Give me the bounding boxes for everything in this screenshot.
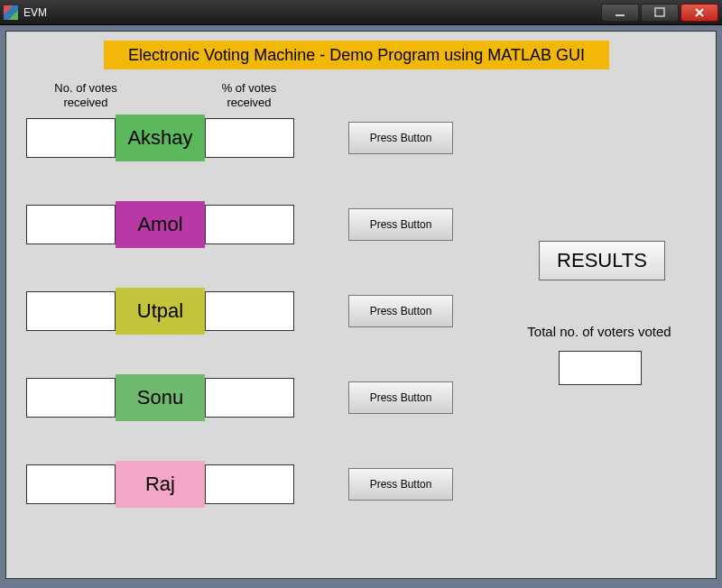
app-window: EVM Electronic Voting Machine - Demo Pro… (0, 0, 722, 588)
vote-button[interactable]: Press Button (348, 208, 453, 241)
candidate-row: Utpal Press Button (26, 288, 468, 335)
votes-field (26, 464, 116, 504)
vote-button[interactable]: Press Button (348, 295, 453, 327)
gui-figure: Electronic Voting Machine - Demo Program… (5, 31, 717, 579)
svg-rect-0 (616, 14, 625, 16)
minimize-button[interactable] (601, 4, 639, 22)
close-button[interactable] (680, 4, 718, 22)
window-title: EVM (23, 6, 47, 19)
percent-field (205, 464, 294, 504)
total-voters-field (559, 351, 642, 385)
percent-field (205, 378, 294, 418)
candidate-name: Sonu (116, 374, 205, 421)
titlebar[interactable]: EVM (0, 0, 722, 25)
vote-button[interactable]: Press Button (348, 468, 453, 501)
candidate-row: Sonu Press Button (26, 374, 468, 421)
votes-field (26, 118, 116, 158)
percent-field (205, 205, 294, 244)
maximize-icon (654, 7, 665, 18)
candidate-name: Raj (116, 461, 205, 508)
candidate-name: Utpal (116, 288, 205, 335)
vote-button[interactable]: Press Button (348, 122, 453, 154)
percent-field (205, 291, 294, 331)
candidate-name: Akshay (116, 115, 205, 161)
candidate-name: Amol (116, 201, 205, 248)
total-voters-label: Total no. of voters voted (504, 324, 694, 339)
maximize-button[interactable] (641, 4, 679, 22)
title-banner: Electronic Voting Machine - Demo Program… (104, 41, 609, 69)
candidate-row: Amol Press Button (26, 201, 468, 248)
votes-field (26, 291, 116, 331)
votes-column-label: No. of votes received (41, 81, 131, 109)
results-button[interactable]: RESULTS (539, 241, 665, 280)
vote-button[interactable]: Press Button (348, 381, 453, 414)
minimize-icon (615, 7, 625, 18)
percent-field (205, 118, 294, 158)
matlab-icon (4, 5, 18, 20)
percent-column-label: % of votes received (208, 81, 290, 109)
candidate-row: Akshay Press Button (26, 115, 468, 161)
candidate-row: Raj Press Button (26, 461, 468, 508)
votes-field (26, 205, 116, 244)
close-icon (694, 7, 705, 18)
svg-rect-1 (655, 8, 664, 16)
votes-field (26, 378, 116, 418)
